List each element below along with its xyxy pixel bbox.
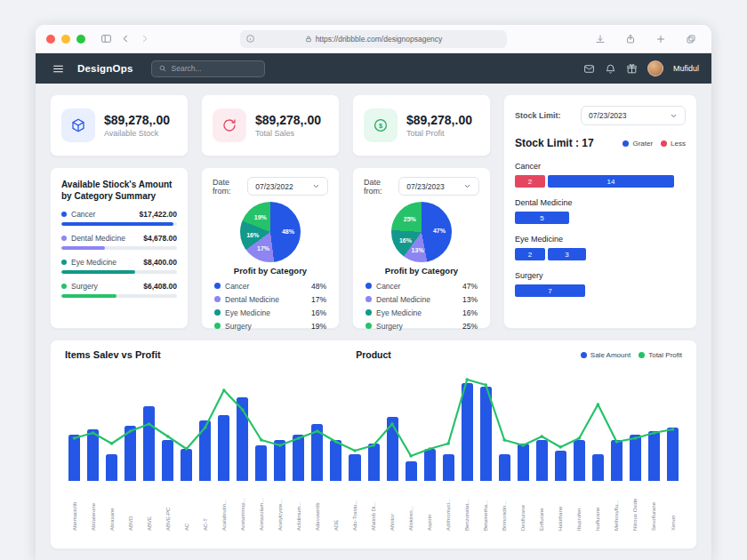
sale-bar <box>68 435 80 481</box>
svg-text:$: $ <box>379 122 383 130</box>
pie-chart-2023: 47%13%16%25% <box>391 202 452 262</box>
stat-label: Total Sales <box>255 129 321 138</box>
stat-value: $89,278,.00 <box>406 113 472 127</box>
x-axis-label: Aspirin <box>427 484 432 531</box>
pie-legend-item: Cancer48% <box>213 279 328 292</box>
back-icon[interactable] <box>121 34 131 44</box>
pie-legend-item: Dental Medicine17% <box>213 292 328 306</box>
legend-dot <box>639 352 645 358</box>
x-axis-label: ABVE <box>147 484 152 531</box>
legend-label: Eye Medicine <box>225 308 270 317</box>
x-axis-label: ABVE-PC <box>165 484 171 531</box>
x-axis-label: ABVD <box>128 484 133 531</box>
stock-limit-chart: Cancer214Dental Medicine5Eye Medicine23S… <box>515 151 686 297</box>
search-box[interactable] <box>151 60 265 77</box>
stock-bar-segment: 14 <box>548 175 674 188</box>
legend-label: Surgery <box>225 322 252 331</box>
share-icon[interactable] <box>625 34 636 44</box>
pie-slice-label: 19% <box>254 214 267 220</box>
sale-bar <box>255 445 267 481</box>
pie-card-2023: Date from: 07/23/2023 47%13%16%25% Profi… <box>352 167 491 329</box>
downloads-icon[interactable] <box>595 34 606 44</box>
sale-bar <box>536 440 548 481</box>
sale-bar <box>499 454 510 481</box>
pie-date-select-2023[interactable]: 07/23/2023 <box>398 177 479 196</box>
forward-icon[interactable] <box>140 34 149 44</box>
progress-track <box>61 222 177 226</box>
category-summary-list: Cancer$17,422.00Dental Medicine$4,678.00… <box>61 210 177 298</box>
sale-bar <box>330 440 341 481</box>
x-axis-label: Afinitor <box>390 484 395 531</box>
x-axis-label: Azithromyci... <box>446 484 451 531</box>
category-amount: $8,400.00 <box>143 258 177 267</box>
x-axis-label: AC <box>184 484 189 531</box>
legend-label: Less <box>671 140 686 148</box>
tabs-icon[interactable] <box>686 34 696 44</box>
sidebar-toggle-icon[interactable] <box>100 33 112 44</box>
avatar[interactable] <box>647 60 663 76</box>
sale-bar <box>424 449 436 481</box>
sales-refresh-icon <box>213 108 246 142</box>
chrome-actions <box>590 34 701 44</box>
pie-legend-item: Surgery19% <box>213 319 328 332</box>
pie-title: Profit by Category <box>213 266 328 276</box>
legend-value: 13% <box>462 295 478 304</box>
stat-value: $89,278,.00 <box>104 113 170 127</box>
x-axis-label: Desflurane <box>520 484 526 531</box>
close-window-button[interactable] <box>46 35 55 44</box>
address-bar[interactable]: https://dribbble.com/designopsagency <box>240 30 507 48</box>
legend-value: 17% <box>311 295 326 304</box>
category-label: Dental Medicine <box>71 234 125 243</box>
stock-date-select[interactable]: 07/23/2023 <box>581 106 686 125</box>
x-axis-label: Aclidinium... <box>296 484 301 531</box>
progress-fill <box>61 246 105 250</box>
pie-slice-label: 48% <box>282 228 294 234</box>
x-axis-label: Aliskiren... <box>408 484 414 531</box>
items-chart-card: Items Salev vs Profit Product Sale Amoun… <box>50 340 697 549</box>
category-amount: $6,408.00 <box>143 282 177 291</box>
bell-icon[interactable] <box>605 63 616 75</box>
sale-bar <box>518 444 529 481</box>
pie-date-select-2022[interactable]: 07/23/2022 <box>247 177 328 196</box>
pie-slice-label: 25% <box>404 215 416 221</box>
pie-legend-2022: Cancer48%Dental Medicine17%Eye Medicine1… <box>213 279 328 332</box>
pie-slice-label: 13% <box>412 246 424 252</box>
stock-limit-legend: GraterLess <box>622 140 686 148</box>
url-text: https://dribbble.com/designopsagency <box>316 35 443 44</box>
minimize-window-button[interactable] <box>61 35 70 44</box>
stock-bar-segment: 2 <box>515 248 545 260</box>
x-axis-label: Abiraterone <box>91 484 96 531</box>
chevron-down-icon <box>670 112 678 120</box>
stock-limit-row: Eye Medicine23 <box>515 235 686 260</box>
stock-bar-segment: 7 <box>515 284 585 297</box>
x-axis-label: Ibuprofen <box>576 484 582 531</box>
search-input[interactable] <box>172 64 258 73</box>
menu-icon[interactable] <box>52 63 64 75</box>
app-brand: DesignOps <box>77 63 133 74</box>
legend-dot <box>214 323 221 329</box>
app-header-actions: Mufidul <box>583 60 699 76</box>
pie-legend-item: Cancer47% <box>364 279 479 292</box>
zoom-window-button[interactable] <box>76 35 85 44</box>
x-axis-label: Methoxyflu... <box>614 484 619 531</box>
mail-icon[interactable] <box>583 63 595 75</box>
site-info-icon[interactable] <box>245 34 255 44</box>
x-axis-label: AC-T <box>203 484 208 531</box>
gift-icon[interactable] <box>626 63 638 75</box>
date-from-label: Date from: <box>213 178 247 196</box>
search-icon <box>158 64 167 73</box>
x-axis-label: Sevoflurane <box>651 484 656 531</box>
pie-date-value: 07/23/2023 <box>406 182 445 191</box>
legend-item: Sale Amount <box>581 351 631 359</box>
category-amount: $17,422.00 <box>139 210 177 219</box>
legend-label: Surgery <box>376 322 403 331</box>
pie-legend-item: Eye Medicine16% <box>364 306 479 319</box>
category-summary-item: Surgery$6,408.00 <box>61 282 177 298</box>
x-axis-label: Brimonidin... <box>502 484 507 531</box>
x-axis-label: Acalabrutin... <box>221 484 227 531</box>
category-dot <box>61 260 67 265</box>
new-tab-icon[interactable] <box>655 34 666 44</box>
profit-dollar-icon: $ <box>364 108 398 142</box>
x-axis-label: Abemaciclib <box>72 484 77 531</box>
x-axis-label: Xenon <box>671 484 676 531</box>
